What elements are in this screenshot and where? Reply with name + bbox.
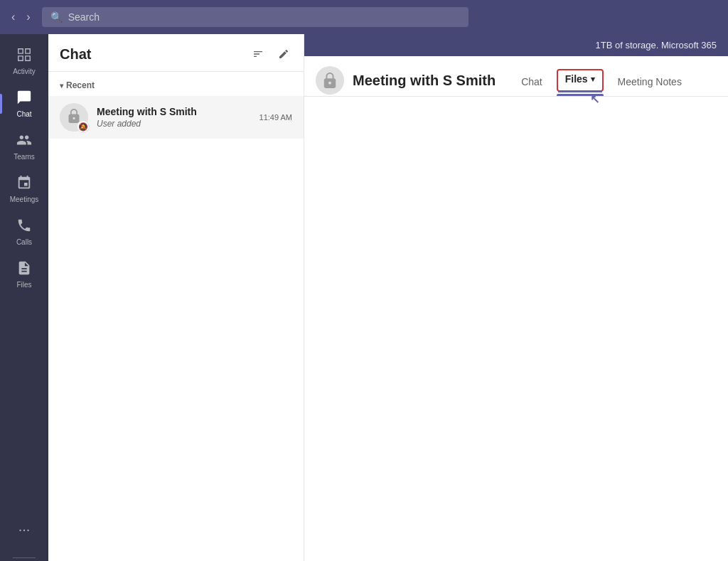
compose-button[interactable] [275,46,292,63]
chat-list: 🔕 Meeting with S Smith User added 11:49 … [48,96,304,561]
sidebar-item-meetings[interactable]: Meetings [0,168,48,210]
chat-item-name: Meeting with S Smith [97,106,251,117]
cursor-icon: ↖ [590,92,599,106]
chat-item-info: Meeting with S Smith User added [97,106,251,129]
chat-panel-actions [250,46,292,63]
sidebar-item-files[interactable]: Files [0,253,48,296]
meeting-title: Meeting with S Smith [353,73,496,89]
sidebar-item-activity[interactable]: Activity [0,40,48,82]
search-bar[interactable]: 🔍 [42,7,469,27]
filter-button[interactable] [250,46,267,63]
tab-meeting-notes[interactable]: Meeting Notes [606,69,693,96]
content-tabs: Chat Files ▾ ↖ Meeting Notes [510,65,717,96]
forward-button[interactable]: › [23,8,33,26]
files-icon [16,260,32,278]
tab-files-label: Files ▾ [565,73,595,85]
recent-chevron-icon: ▾ [60,82,63,90]
sidebar: Activity Chat Teams Mee [0,34,48,561]
sidebar-item-teams[interactable]: Teams [0,125,48,168]
search-icon: 🔍 [50,11,63,23]
activity-icon [16,47,32,65]
search-input[interactable] [68,11,460,23]
chat-label: Chat [16,110,31,118]
meetings-label: Meetings [10,196,39,203]
content-area: 1TB of storage. Microsoft 365 Meeting wi… [304,34,728,561]
main-layout: Activity Chat Teams Mee [0,34,728,561]
top-bar: ‹ › 🔍 [0,0,728,34]
meeting-avatar [316,66,344,95]
sidebar-divider [13,557,36,558]
meetings-icon [16,175,32,193]
sidebar-item-chat[interactable]: Chat [0,82,48,125]
nav-arrows: ‹ › [9,8,33,26]
files-chevron-icon: ▾ [591,75,595,84]
recent-header[interactable]: ▾ Recent [48,72,304,96]
sidebar-item-calls[interactable]: Calls [0,210,48,253]
chat-item-time: 11:49 AM [259,113,292,122]
recent-label: Recent [66,80,95,90]
content-body [304,97,728,561]
chat-panel-header: Chat [48,34,304,72]
chat-panel-title: Chat [60,46,91,63]
storage-banner: 1TB of storage. Microsoft 365 [304,34,728,56]
chat-panel: Chat ▾ Recent 🔕 [48,34,304,561]
files-label: Files [16,281,31,289]
chat-item-subtitle: User added [97,119,251,129]
tab-files[interactable]: Files ▾ ↖ [557,65,604,96]
calls-icon [16,218,32,235]
mute-icon: 🔕 [77,120,90,133]
more-button[interactable]: ··· [13,515,36,543]
avatar: 🔕 [60,103,88,132]
teams-label: Teams [14,153,34,161]
calls-label: Calls [16,238,32,246]
chat-icon [16,90,32,107]
teams-icon [16,132,32,150]
activity-label: Activity [13,68,36,75]
back-button[interactable]: ‹ [9,8,18,26]
content-header: Meeting with S Smith Chat Files ▾ ↖ [304,56,728,97]
tab-chat[interactable]: Chat [510,69,554,96]
chat-item[interactable]: 🔕 Meeting with S Smith User added 11:49 … [48,96,304,139]
